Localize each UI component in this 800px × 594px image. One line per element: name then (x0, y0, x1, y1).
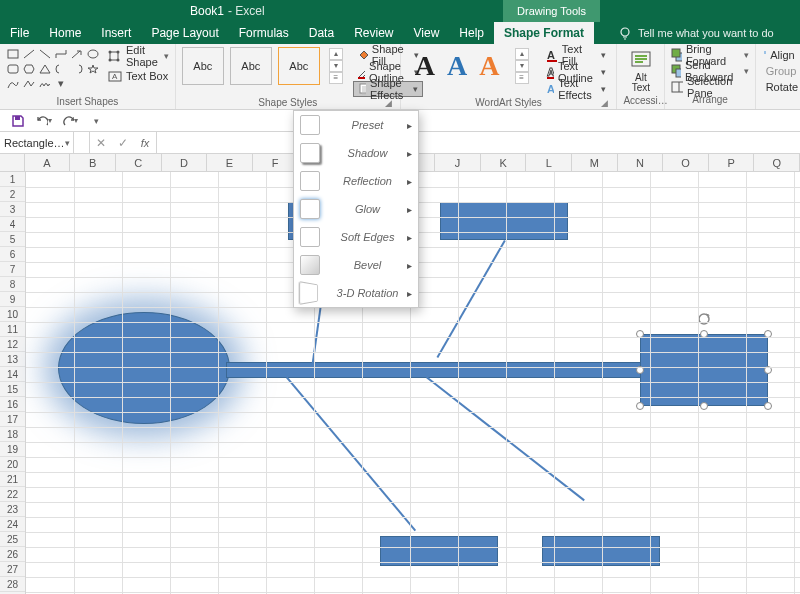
tab-file[interactable]: File (0, 22, 39, 44)
shape-curve-icon[interactable] (6, 77, 20, 90)
row-header[interactable]: 9 (0, 292, 25, 307)
text-effects-button[interactable]: AText Effects▾ (541, 81, 611, 97)
row-header[interactable]: 7 (0, 262, 25, 277)
alt-text-button[interactable]: AltText (623, 47, 658, 95)
diagram-ellipse-head[interactable] (58, 312, 230, 424)
style-item-1[interactable]: Abc (182, 47, 224, 85)
row-header[interactable]: 4 (0, 217, 25, 232)
gallery-nav[interactable]: ▴▾≡ (329, 48, 343, 84)
shape-arrow-icon[interactable] (70, 47, 84, 60)
fx-3d-rotation[interactable]: 3-D Rotation▸ (294, 279, 418, 307)
shape-tri-icon[interactable] (38, 62, 52, 75)
row-header[interactable]: 5 (0, 232, 25, 247)
row-header[interactable]: 6 (0, 247, 25, 262)
fx-shadow[interactable]: Shadow▸ (294, 139, 418, 167)
fx-reflection[interactable]: Reflection▸ (294, 167, 418, 195)
column-header[interactable]: O (663, 154, 709, 171)
text-box-button[interactable]: A Text Box (108, 67, 169, 85)
tab-formulas[interactable]: Formulas (229, 22, 299, 44)
row-header[interactable]: 24 (0, 517, 25, 532)
shape-brace-icon[interactable] (54, 62, 68, 75)
shape-style-gallery[interactable]: Abc Abc Abc ▴▾≡ (182, 47, 343, 85)
shape-free-icon[interactable] (22, 77, 36, 90)
fx-bevel[interactable]: Bevel▸ (294, 251, 418, 279)
column-header[interactable]: J (435, 154, 481, 171)
wordart-gallery[interactable]: A A A ▴▾≡ (407, 47, 529, 85)
row-header[interactable]: 12 (0, 337, 25, 352)
shape-hex-icon[interactable] (22, 62, 36, 75)
column-header[interactable]: B (70, 154, 116, 171)
row-header[interactable]: 25 (0, 532, 25, 547)
tab-insert[interactable]: Insert (91, 22, 141, 44)
row-header[interactable]: 14 (0, 367, 25, 382)
row-header[interactable]: 3 (0, 202, 25, 217)
dialog-launcher-icon[interactable]: ◢ (601, 98, 608, 108)
column-header[interactable]: K (481, 154, 527, 171)
row-header[interactable]: 21 (0, 472, 25, 487)
selection-pane-button[interactable]: Selection Pane (671, 79, 748, 94)
shape-scribble-icon[interactable] (38, 77, 52, 90)
dialog-launcher-icon[interactable]: ◢ (385, 98, 392, 108)
column-header[interactable]: F (253, 154, 299, 171)
group-button[interactable]: Group▾ (762, 63, 800, 78)
redo-button[interactable]: ▾ (62, 113, 78, 129)
wordart-gallery-nav[interactable]: ▴▾≡ (515, 48, 529, 84)
wordart-item-1[interactable]: A (415, 47, 435, 85)
style-item-2[interactable]: Abc (230, 47, 272, 85)
row-header[interactable]: 27 (0, 562, 25, 577)
shape-line-icon[interactable] (22, 47, 36, 60)
shape-rect-icon[interactable] (6, 47, 20, 60)
column-header[interactable]: E (207, 154, 253, 171)
row-header[interactable]: 2 (0, 187, 25, 202)
row-header[interactable]: 1 (0, 172, 25, 187)
tab-shape-format[interactable]: Shape Format (494, 22, 594, 44)
shape-oval-icon[interactable] (86, 47, 100, 60)
resize-handle[interactable] (636, 402, 644, 410)
diagram-rect-selected[interactable] (640, 334, 768, 406)
diagram-connector-2[interactable] (437, 240, 506, 358)
tab-review[interactable]: Review (344, 22, 403, 44)
rotate-handle[interactable] (697, 312, 711, 326)
name-box[interactable]: Rectangle…▾ (0, 132, 74, 153)
row-header[interactable]: 17 (0, 412, 25, 427)
tab-help[interactable]: Help (449, 22, 494, 44)
column-header[interactable]: N (618, 154, 664, 171)
qat-customize[interactable]: ▾ (88, 113, 104, 129)
tab-data[interactable]: Data (299, 22, 344, 44)
rotate-button[interactable]: Rotate▾ (762, 79, 800, 94)
wordart-item-3[interactable]: A (479, 47, 499, 85)
shape-line2-icon[interactable] (38, 47, 52, 60)
undo-button[interactable]: ▾ (36, 113, 52, 129)
shape-roundrect-icon[interactable] (6, 62, 20, 75)
row-header[interactable]: 13 (0, 352, 25, 367)
save-button[interactable] (10, 113, 26, 129)
column-header[interactable]: P (709, 154, 755, 171)
resize-handle[interactable] (764, 402, 772, 410)
cancel-formula-button[interactable]: ✕ (90, 136, 112, 150)
column-header[interactable]: C (116, 154, 162, 171)
diagram-rect-top-right[interactable] (440, 202, 568, 240)
row-header[interactable]: 11 (0, 322, 25, 337)
shape-more-icon[interactable]: ▾ (54, 77, 68, 90)
fx-icon[interactable]: fx (134, 137, 156, 149)
diagram-connector-3[interactable] (286, 377, 416, 531)
tab-page-layout[interactable]: Page Layout (141, 22, 228, 44)
fx-glow[interactable]: Glow▸ (294, 195, 418, 223)
row-header[interactable]: 20 (0, 457, 25, 472)
tab-home[interactable]: Home (39, 22, 91, 44)
style-item-3[interactable]: Abc (278, 47, 320, 85)
tell-me-search[interactable]: Tell me what you want to do (618, 22, 774, 44)
row-header[interactable]: 18 (0, 427, 25, 442)
diagram-spine[interactable] (226, 362, 642, 378)
column-header[interactable]: D (162, 154, 208, 171)
edit-shape-button[interactable]: Edit Shape ▾ (108, 47, 169, 65)
column-header[interactable]: L (526, 154, 572, 171)
row-header[interactable]: 22 (0, 487, 25, 502)
row-header[interactable]: 23 (0, 502, 25, 517)
select-all-corner[interactable] (0, 154, 25, 171)
row-header[interactable]: 19 (0, 442, 25, 457)
row-header[interactable]: 16 (0, 397, 25, 412)
row-header[interactable]: 28 (0, 577, 25, 592)
row-header[interactable]: 15 (0, 382, 25, 397)
fx-preset[interactable]: Preset▸ (294, 111, 418, 139)
